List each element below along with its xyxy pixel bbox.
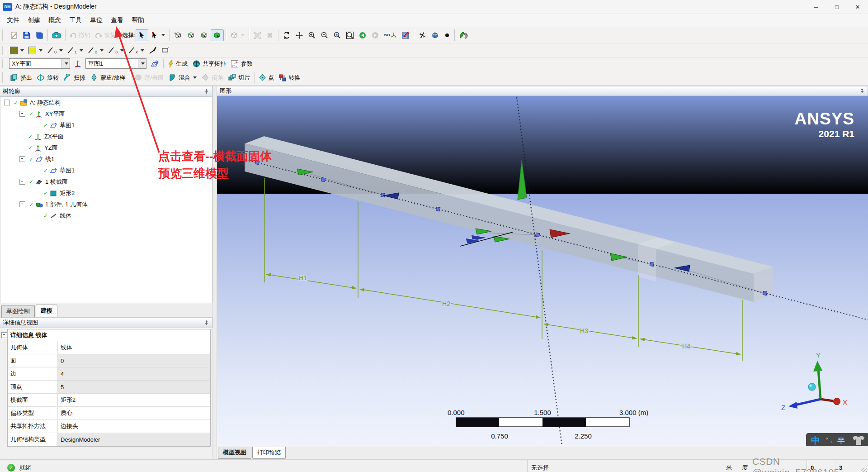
close-button[interactable]: ✕ <box>847 0 868 14</box>
line-style-button-0[interactable]: 0 <box>45 44 65 56</box>
chamfer-button[interactable]: 倒角 <box>199 72 226 84</box>
display-points-button[interactable] <box>442 29 453 41</box>
new-sketch-plane-button[interactable] <box>148 58 161 70</box>
ime-status-bar[interactable]: 中 °， 半 <box>806 433 868 446</box>
zoom-box-button[interactable] <box>331 29 344 41</box>
plane-select-arrow[interactable] <box>61 59 70 68</box>
expand-collapse-box[interactable] <box>19 156 25 162</box>
view-settings-button[interactable] <box>399 29 412 41</box>
next-view-button[interactable] <box>369 29 382 41</box>
toolbar-grip[interactable] <box>2 46 5 55</box>
menu-item-0[interactable]: 文件 <box>3 15 24 26</box>
window-zoom-button[interactable] <box>264 29 276 41</box>
minimize-button[interactable]: ─ <box>806 0 826 14</box>
extend-selection-button[interactable] <box>228 29 247 41</box>
sweep-button[interactable]: 扫掠 <box>61 72 88 84</box>
resize-grip[interactable] <box>861 468 867 472</box>
tree-item-线体[interactable]: ✓线体 <box>0 210 212 221</box>
expand-collapse-box[interactable] <box>19 111 25 117</box>
expand-collapse-box[interactable] <box>19 201 25 207</box>
isometric-view-button[interactable]: ISO <box>382 29 400 41</box>
convert-button[interactable]: 转换 <box>276 72 302 84</box>
select-vertex-button[interactable] <box>171 29 184 41</box>
frozen-color-button[interactable] <box>26 44 45 56</box>
freeze-view-button[interactable] <box>457 29 471 41</box>
vertical-splitter[interactable] <box>212 86 217 459</box>
menu-item-1[interactable]: 创建 <box>24 15 44 26</box>
details-row-value[interactable]: 边接头 <box>58 420 210 433</box>
pin-tool-button[interactable] <box>146 44 159 56</box>
line-style-button-3[interactable]: 3 <box>106 44 126 56</box>
screenshot-button[interactable] <box>50 29 63 41</box>
extrude-button[interactable]: 挤出 <box>8 72 34 84</box>
toolbar-grip[interactable] <box>2 59 5 68</box>
line-style-button-2[interactable]: 2 <box>85 44 106 56</box>
toolbar-grip[interactable] <box>2 72 5 83</box>
rotate-view-button[interactable] <box>280 29 293 41</box>
tree-item-草图1[interactable]: ✓草图1 <box>0 165 212 176</box>
expand-collapse-box[interactable] <box>4 100 10 105</box>
select-edge-button[interactable] <box>184 29 198 41</box>
maximize-button[interactable]: □ <box>826 0 847 14</box>
select-mode-button[interactable] <box>148 29 167 41</box>
3d-viewport[interactable]: ANSYS 2021 R1 <box>217 96 868 446</box>
menu-item-3[interactable]: 工具 <box>65 15 86 26</box>
select-cursor-button[interactable] <box>136 29 148 41</box>
line-style-button-x[interactable]: x <box>126 44 146 56</box>
pin-icon[interactable] <box>859 88 865 94</box>
plane-select[interactable]: XY平面 <box>9 58 70 69</box>
menu-item-2[interactable]: 概念 <box>44 15 65 26</box>
body-color-button[interactable] <box>8 44 26 56</box>
tree-item-矩形2[interactable]: ✓矩形2 <box>0 187 212 199</box>
tree-item-1 横截面[interactable]: ✓1 横截面 <box>0 176 212 187</box>
previous-view-button[interactable] <box>356 29 369 41</box>
window-fit-button[interactable] <box>251 29 264 41</box>
details-row-value[interactable]: 质心 <box>58 407 210 420</box>
tree-item-A: 静态结构[interactable]: ✓A: 静态结构 <box>0 97 212 108</box>
pan-button[interactable] <box>293 29 306 41</box>
pin-icon[interactable] <box>204 320 209 325</box>
tab-model-view[interactable]: 模型视图 <box>218 447 251 459</box>
zoom-button[interactable] <box>306 29 318 41</box>
tree-item-XY平面[interactable]: ✓XY平面 <box>0 108 212 119</box>
point-button[interactable]: 点 <box>256 72 276 84</box>
save-button[interactable] <box>20 29 33 41</box>
tree-item-线1[interactable]: ✓线1 <box>0 153 212 165</box>
share-topology-button[interactable]: 共享拓扑 <box>190 58 228 70</box>
pin-icon[interactable] <box>204 89 209 94</box>
zoom-in-button[interactable] <box>318 29 331 41</box>
look-at-button[interactable] <box>416 29 429 41</box>
skin-loft-button[interactable]: 蒙皮/放样 <box>88 72 128 84</box>
tree-item-ZX平面[interactable]: ✓ZX平面 <box>0 131 212 142</box>
generate-button[interactable]: 生成 <box>165 58 190 70</box>
plane-axis-button[interactable] <box>71 58 84 70</box>
revolve-button[interactable]: 旋转 <box>34 72 61 84</box>
tree-item-YZ面[interactable]: ✓YZ面 <box>0 142 212 153</box>
tree-item-草图1[interactable]: ✓草图1 <box>0 119 212 131</box>
redo-button[interactable]: 恢复 <box>93 29 118 41</box>
slice-button[interactable]: 切片 <box>226 72 252 84</box>
sketch-select[interactable]: 草图1 <box>85 58 146 69</box>
details-row-value[interactable]: 矩形2 <box>58 394 210 406</box>
expand-collapse-box[interactable] <box>19 179 25 185</box>
tree-item-1 部件, 1 几何体[interactable]: ✓1 部件, 1 几何体 <box>0 199 212 210</box>
save-all-button[interactable] <box>33 29 46 41</box>
line-style-button-1[interactable]: 1 <box>65 44 85 56</box>
select-body-button[interactable] <box>211 29 224 41</box>
toolbar-grip[interactable] <box>2 29 5 41</box>
undo-button[interactable]: 撤销 <box>67 29 93 41</box>
menu-item-5[interactable]: 查看 <box>107 15 127 26</box>
display-model-button[interactable] <box>429 29 442 41</box>
new-sketch-button[interactable] <box>8 29 20 41</box>
parameters-button[interactable]: →PP→参数 <box>228 58 255 70</box>
collapse-group-button[interactable] <box>1 332 7 338</box>
zoom-fit-button[interactable] <box>344 29 356 41</box>
thin-surface-button[interactable]: 薄/表面 <box>132 72 166 84</box>
sketch-select-arrow[interactable] <box>138 59 146 68</box>
select-face-button[interactable] <box>198 29 211 41</box>
tab-sketching[interactable]: 草图绘制 <box>1 305 35 317</box>
tab-print-preview[interactable]: 打印预览 <box>252 447 286 459</box>
rectangle-tool-button[interactable] <box>159 44 172 56</box>
blend-button[interactable]: 混合 <box>166 72 199 84</box>
details-row-value[interactable]: 线体 <box>58 341 210 354</box>
